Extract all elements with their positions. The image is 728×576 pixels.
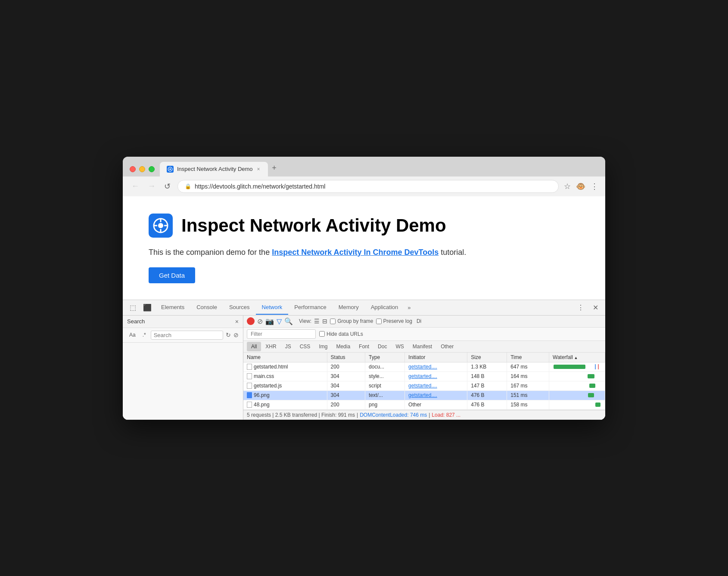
type-css[interactable]: CSS — [296, 342, 315, 351]
forward-button[interactable]: → — [146, 180, 157, 192]
tab-bar: Inspect Network Activity Demo × + — [160, 162, 281, 177]
waterfall-bar — [595, 403, 600, 407]
profile-icon[interactable]: 🐵 — [576, 182, 585, 191]
file-icon — [247, 402, 252, 408]
initiator-link[interactable]: getstarted.... — [408, 383, 437, 389]
type-media[interactable]: Media — [332, 342, 355, 351]
file-icon — [247, 373, 252, 379]
preserve-log-checkbox[interactable]: Preserve log — [376, 318, 412, 324]
bookmark-icon[interactable]: ☆ — [564, 182, 571, 191]
status-dom-loaded: DOMContentLoaded: 746 ms — [360, 412, 427, 418]
status-separator: | — [357, 412, 358, 418]
maximize-button[interactable] — [149, 166, 155, 172]
dom-loaded-line — [595, 364, 596, 369]
initiator-link[interactable]: getstarted.... — [408, 392, 437, 398]
svg-point-1 — [169, 168, 171, 170]
load-line — [598, 364, 599, 369]
type-xhr[interactable]: XHR — [261, 342, 280, 351]
search-icon[interactable]: 🔍 — [284, 317, 293, 325]
col-time[interactable]: Time — [507, 353, 549, 362]
tab-memory[interactable]: Memory — [333, 300, 365, 315]
clear-button[interactable]: ⊘ — [257, 317, 263, 325]
disable-cache-label: Di — [417, 318, 421, 324]
view-tree-button[interactable]: ⊟ — [322, 318, 327, 325]
col-name[interactable]: Name — [243, 353, 327, 362]
search-close-icon[interactable]: × — [235, 318, 239, 325]
page-description: This is the companion demo for the Inspe… — [149, 248, 579, 257]
search-refresh-icon[interactable]: ↻ — [226, 331, 231, 338]
type-all[interactable]: All — [247, 342, 261, 351]
initiator-link[interactable]: getstarted.... — [408, 364, 437, 370]
table-header-row: Name Status Type Initiator Size Time Wat… — [243, 353, 605, 362]
menu-icon[interactable]: ⋮ — [591, 182, 598, 191]
col-size[interactable]: Size — [467, 353, 507, 362]
cell-waterfall — [549, 362, 605, 372]
close-button[interactable] — [130, 166, 136, 172]
cell-waterfall — [549, 381, 605, 390]
tab-title: Inspect Network Activity Demo — [177, 166, 253, 172]
group-by-frame-checkbox[interactable]: Group by frame — [330, 318, 373, 324]
type-img[interactable]: Img — [314, 342, 332, 351]
lock-icon: 🔒 — [185, 183, 191, 189]
table-row[interactable]: getstarted.js304scriptgetstarted....147 … — [243, 381, 605, 390]
tab-console[interactable]: Console — [190, 300, 223, 315]
search-input-wrap[interactable] — [151, 331, 223, 340]
tab-application[interactable]: Application — [365, 300, 404, 315]
filter-button[interactable]: ▽ — [277, 317, 282, 325]
filter-input[interactable] — [247, 329, 316, 339]
col-type[interactable]: Type — [365, 353, 405, 362]
cursor-icon[interactable]: ⬚ — [126, 300, 140, 315]
table-row[interactable]: 96.png304text/...getstarted....476 B151 … — [243, 390, 605, 400]
tab-network[interactable]: Network — [256, 300, 289, 315]
more-tabs-button[interactable]: » — [404, 301, 414, 314]
table-row[interactable]: 48.png200pngOther476 B158 ms — [243, 400, 605, 409]
browser-tab[interactable]: Inspect Network Activity Demo × — [160, 162, 268, 177]
table-row[interactable]: main.css304style...getstarted....148 B16… — [243, 372, 605, 381]
file-name: main.css — [254, 373, 274, 379]
type-js[interactable]: JS — [281, 342, 296, 351]
new-tab-button[interactable]: + — [268, 162, 281, 175]
type-doc[interactable]: Doc — [373, 342, 391, 351]
col-status[interactable]: Status — [327, 353, 365, 362]
back-button[interactable]: ← — [130, 180, 141, 192]
inspect-icon[interactable]: ⬛ — [140, 300, 155, 315]
type-other[interactable]: Other — [436, 342, 458, 351]
devtools-link[interactable]: Inspect Network Activity In Chrome DevTo… — [272, 248, 439, 257]
hide-data-urls-checkbox[interactable]: Hide data URLs — [319, 331, 363, 337]
tab-elements[interactable]: Elements — [155, 300, 190, 315]
type-font[interactable]: Font — [355, 342, 373, 351]
waterfall-container — [553, 374, 601, 379]
file-icon — [247, 383, 252, 389]
regex-button[interactable]: .* — [140, 331, 148, 339]
minimize-button[interactable] — [139, 166, 145, 172]
reload-button[interactable]: ↺ — [162, 180, 172, 193]
network-panel: ⊘ 📷 ▽ 🔍 View: ☰ ⊟ Group by frame Preserv… — [243, 316, 605, 420]
initiator-link[interactable]: getstarted.... — [408, 373, 437, 379]
tab-close-icon[interactable]: × — [256, 165, 261, 173]
col-waterfall[interactable]: Waterfall — [549, 353, 605, 362]
aa-button[interactable]: Aa — [127, 331, 138, 339]
address-input[interactable]: 🔒 https://devtools.glitch.me/network/get… — [177, 180, 559, 193]
get-data-button[interactable]: Get Data — [149, 267, 195, 283]
traffic-lights — [130, 166, 155, 172]
search-input[interactable] — [154, 332, 220, 338]
file-name: 96.png — [254, 392, 270, 398]
address-actions: ☆ 🐵 ⋮ — [564, 182, 598, 191]
file-name: getstarted.html — [254, 364, 288, 370]
view-list-button[interactable]: ☰ — [314, 318, 320, 325]
devtools-close-icon[interactable]: ✕ — [589, 301, 602, 314]
devtools-menu-icon[interactable]: ⋮ — [574, 301, 588, 314]
search-cancel-icon[interactable]: ⊘ — [233, 331, 239, 338]
status-separator2: | — [429, 412, 430, 418]
screenshot-button[interactable]: 📷 — [265, 317, 274, 325]
col-initiator[interactable]: Initiator — [405, 353, 467, 362]
type-manifest[interactable]: Manifest — [408, 342, 436, 351]
cell-waterfall — [549, 400, 605, 409]
waterfall-container — [553, 383, 601, 388]
tab-performance[interactable]: Performance — [288, 300, 332, 315]
table-row[interactable]: getstarted.html200docu...getstarted....1… — [243, 362, 605, 372]
cell-initiator: getstarted.... — [405, 381, 467, 390]
tab-sources[interactable]: Sources — [223, 300, 256, 315]
type-ws[interactable]: WS — [391, 342, 408, 351]
record-button[interactable] — [247, 317, 255, 325]
